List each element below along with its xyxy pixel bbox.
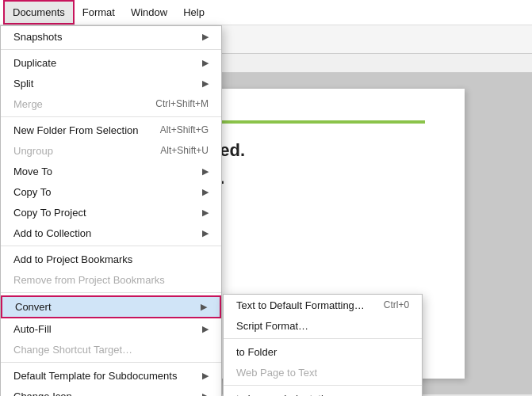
submenu-item-web-page: Web Page to Text bbox=[224, 362, 422, 383]
menu-item-split[interactable]: Split ▶ bbox=[1, 73, 221, 93]
menu-item-merge: Merge Ctrl+Shift+M bbox=[1, 93, 221, 114]
submenu-item-to-folder[interactable]: to Folder bbox=[224, 341, 422, 362]
convert-container: Convert ▶ Text to Default Formatting… Ct… bbox=[1, 295, 221, 318]
menu-window[interactable]: Window bbox=[123, 0, 175, 25]
arrow-icon: ▶ bbox=[202, 228, 209, 238]
menu-item-add-collection[interactable]: Add to Collection ▶ bbox=[1, 223, 221, 243]
submenu-item-script-format[interactable]: Script Format… bbox=[224, 315, 422, 336]
menu-item-move-to[interactable]: Move To ▶ bbox=[1, 161, 221, 181]
menu-item-snapshots[interactable]: Snapshots ▶ bbox=[1, 26, 221, 47]
arrow-icon: ▶ bbox=[202, 187, 209, 197]
arrow-icon: ▶ bbox=[202, 208, 209, 218]
menu-item-ungroup: Ungroup Alt+Shift+U bbox=[1, 140, 221, 161]
menu-item-convert[interactable]: Convert ▶ bbox=[1, 295, 221, 318]
menu-documents[interactable]: Documents bbox=[3, 0, 75, 25]
menu-item-copy-to-project[interactable]: Copy To Project ▶ bbox=[1, 202, 221, 223]
arrow-icon: ▶ bbox=[202, 166, 209, 177]
menu-item-auto-fill[interactable]: Auto-Fill ▶ bbox=[1, 318, 221, 339]
separator bbox=[1, 246, 221, 246]
menu-item-remove-bookmarks: Remove from Project Bookmarks bbox=[1, 269, 221, 290]
menu-item-change-shortcut: Change Shortcut Target… bbox=[1, 339, 221, 360]
submenu-item-legacy[interactable]: to Legacy Indentation… bbox=[224, 388, 422, 396]
arrow-icon: ▶ bbox=[202, 391, 209, 397]
arrow-icon: ▶ bbox=[202, 324, 209, 334]
menu-item-change-icon[interactable]: Change Icon ▶ bbox=[1, 386, 221, 396]
arrow-icon: ▶ bbox=[202, 371, 209, 381]
menu-format[interactable]: Format bbox=[75, 0, 123, 25]
separator bbox=[224, 338, 422, 339]
separator bbox=[1, 116, 221, 117]
separator bbox=[1, 292, 221, 293]
menu-item-copy-to[interactable]: Copy To ▶ bbox=[1, 181, 221, 202]
submenu-item-text-default[interactable]: Text to Default Formatting… Ctrl+0 bbox=[224, 295, 422, 315]
arrow-icon: ▶ bbox=[202, 58, 209, 68]
menubar: Documents Format Window Help bbox=[0, 0, 532, 25]
menu-help[interactable]: Help bbox=[175, 0, 212, 25]
menu-item-default-template[interactable]: Default Template for Subdocuments ▶ bbox=[1, 365, 221, 386]
arrow-icon: ▶ bbox=[201, 302, 207, 312]
menu-item-add-bookmarks[interactable]: Add to Project Bookmarks bbox=[1, 249, 221, 269]
convert-submenu: Text to Default Formatting… Ctrl+0 Scrip… bbox=[223, 294, 423, 396]
separator bbox=[1, 362, 221, 363]
separator bbox=[1, 49, 221, 50]
menu-item-new-folder[interactable]: New Folder From Selection Alt+Shift+G bbox=[1, 120, 221, 140]
separator bbox=[224, 385, 422, 386]
documents-dropdown: Snapshots ▶ Duplicate ▶ Split ▶ Merge Ct… bbox=[0, 25, 222, 396]
arrow-icon: ▶ bbox=[202, 32, 209, 42]
arrow-icon: ▶ bbox=[202, 78, 209, 89]
menu-item-duplicate[interactable]: Duplicate ▶ bbox=[1, 52, 221, 73]
